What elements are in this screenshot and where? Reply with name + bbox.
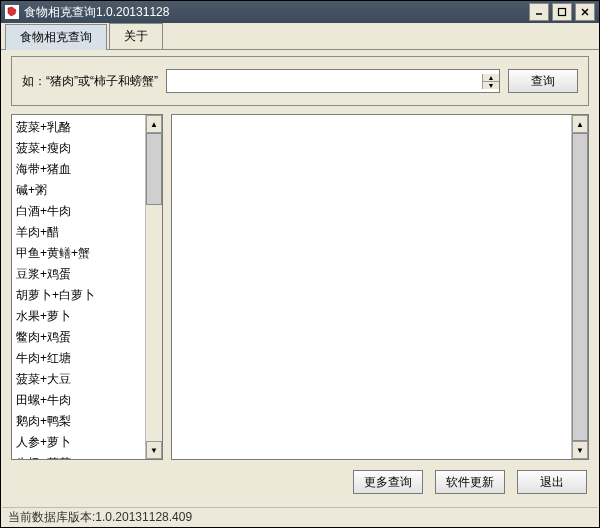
maximize-button[interactable] [552,3,572,21]
software-update-button[interactable]: 软件更新 [435,470,505,494]
client-area: 如：“猪肉”或“柿子和螃蟹” ▲ ▼ 查询 菠菜+乳酪菠菜+瘦肉海带+猪血碱+粥… [1,50,599,498]
list-item[interactable]: 牛肉+红塘 [14,348,143,369]
list-item[interactable]: 人参+萝卜 [14,432,143,453]
list-item[interactable]: 菠菜+瘦肉 [14,138,143,159]
tab-about[interactable]: 关于 [109,23,163,49]
exit-button[interactable]: 退出 [517,470,587,494]
list-item[interactable]: 羊肉+醋 [14,222,143,243]
result-list[interactable]: 菠菜+乳酪菠菜+瘦肉海带+猪血碱+粥白酒+牛肉羊肉+醋甲鱼+黄鳝+蟹豆浆+鸡蛋胡… [12,115,145,459]
list-scrollbar[interactable]: ▲ ▼ [145,115,162,459]
app-icon [5,5,19,19]
close-button[interactable] [575,3,595,21]
search-input[interactable] [167,70,482,92]
list-item[interactable]: 海带+猪血 [14,159,143,180]
combo-spinner[interactable]: ▲ ▼ [482,74,499,89]
spinner-down-icon[interactable]: ▼ [483,82,499,89]
list-item[interactable]: 白酒+牛肉 [14,201,143,222]
scroll-thumb[interactable] [146,133,162,205]
list-item[interactable]: 豆浆+鸡蛋 [14,264,143,285]
search-button[interactable]: 查询 [508,69,578,93]
detail-panel: ▲ ▼ [171,114,589,460]
scroll-down-icon[interactable]: ▼ [146,441,162,459]
status-text: 当前数据库版本:1.0.20131128.409 [8,509,192,526]
scroll-down-icon[interactable]: ▼ [572,441,588,459]
list-item[interactable]: 鳖肉+鸡蛋 [14,327,143,348]
detail-scrollbar[interactable]: ▲ ▼ [571,115,588,459]
list-item[interactable]: 碱+粥 [14,180,143,201]
bottom-button-row: 更多查询 软件更新 退出 [11,470,589,494]
svg-rect-1 [559,9,566,16]
minimize-button[interactable] [529,3,549,21]
window-title: 食物相克查询1.0.20131128 [24,4,529,21]
status-bar: 当前数据库版本:1.0.20131128.409 [2,507,598,526]
list-item[interactable]: 田螺+牛肉 [14,390,143,411]
search-hint: 如：“猪肉”或“柿子和螃蟹” [22,73,158,90]
list-item[interactable]: 牛奶+菜花 [14,453,143,459]
scroll-up-icon[interactable]: ▲ [572,115,588,133]
scroll-track[interactable] [146,133,162,441]
scroll-track[interactable] [572,133,588,441]
list-item[interactable]: 菠菜+乳酪 [14,117,143,138]
search-panel: 如：“猪肉”或“柿子和螃蟹” ▲ ▼ 查询 [11,56,589,106]
more-query-button[interactable]: 更多查询 [353,470,423,494]
scroll-up-icon[interactable]: ▲ [146,115,162,133]
list-item[interactable]: 菠菜+大豆 [14,369,143,390]
title-bar: 食物相克查询1.0.20131128 [1,1,599,23]
detail-content [172,115,571,459]
list-item[interactable]: 水果+萝卜 [14,306,143,327]
list-item[interactable]: 甲鱼+黄鳝+蟹 [14,243,143,264]
search-combobox[interactable]: ▲ ▼ [166,69,500,93]
list-item[interactable]: 胡萝卜+白萝卜 [14,285,143,306]
content-panes: 菠菜+乳酪菠菜+瘦肉海带+猪血碱+粥白酒+牛肉羊肉+醋甲鱼+黄鳝+蟹豆浆+鸡蛋胡… [11,114,589,460]
scroll-thumb[interactable] [572,133,588,441]
tab-strip: 食物相克查询 关于 [1,23,599,50]
app-window: 食物相克查询1.0.20131128 食物相克查询 关于 如：“猪肉”或“柿子和… [0,0,600,528]
window-controls [529,3,595,21]
spinner-up-icon[interactable]: ▲ [483,74,499,82]
list-item[interactable]: 鹅肉+鸭梨 [14,411,143,432]
tab-food-conflict[interactable]: 食物相克查询 [5,24,107,50]
result-list-panel: 菠菜+乳酪菠菜+瘦肉海带+猪血碱+粥白酒+牛肉羊肉+醋甲鱼+黄鳝+蟹豆浆+鸡蛋胡… [11,114,163,460]
